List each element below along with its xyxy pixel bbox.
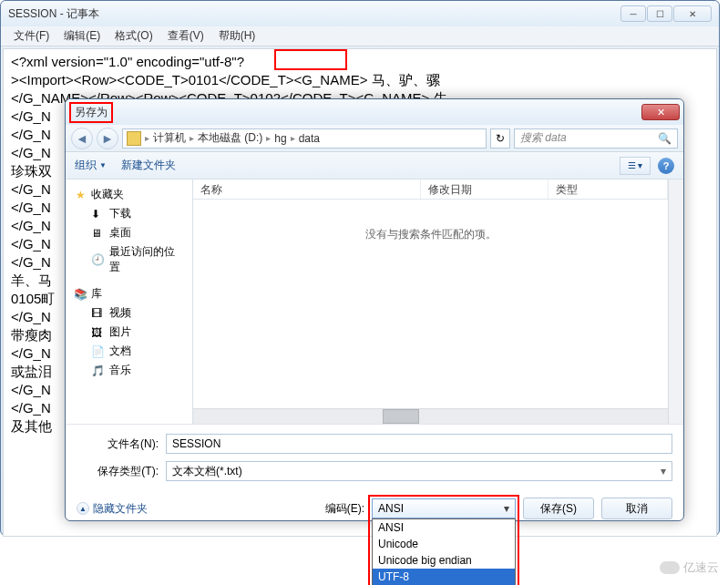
picture-icon: 🖼 bbox=[91, 326, 106, 339]
dialog-navbar: ◄ ► ▸ 计算机 ▸ 本地磁盘 (D:) ▸ hg ▸ data ↻ 搜索 d… bbox=[66, 125, 683, 152]
encoding-option-ansi[interactable]: ANSI bbox=[373, 519, 515, 536]
new-folder-button[interactable]: 新建文件夹 bbox=[121, 158, 176, 173]
folder-icon bbox=[127, 131, 141, 146]
sidebar-item-music[interactable]: 🎵音乐 bbox=[69, 361, 189, 380]
nav-back-button[interactable]: ◄ bbox=[71, 128, 93, 149]
organize-button[interactable]: 组织 ▼ bbox=[75, 158, 107, 173]
sidebar-item-desktop[interactable]: 🖥桌面 bbox=[69, 223, 189, 242]
menu-file[interactable]: 文件(F) bbox=[8, 26, 55, 46]
watermark: 亿速云 bbox=[660, 559, 719, 576]
encoding-option-utf8[interactable]: UTF-8 bbox=[373, 569, 515, 585]
breadcrumb-item[interactable]: data bbox=[299, 132, 320, 145]
star-icon: ★ bbox=[73, 188, 87, 202]
column-header-name[interactable]: 名称 bbox=[193, 180, 421, 199]
download-icon: ⬇ bbox=[91, 208, 106, 221]
cloud-icon bbox=[660, 561, 680, 574]
empty-message: 没有与搜索条件匹配的项。 bbox=[193, 200, 668, 242]
breadcrumb-item[interactable]: 本地磁盘 (D:) bbox=[198, 130, 262, 146]
document-icon: 📄 bbox=[91, 345, 106, 358]
view-mode-button[interactable]: ☰ ▾ bbox=[620, 157, 651, 175]
encoding-option-unicode[interactable]: Unicode bbox=[373, 536, 515, 552]
savetype-select[interactable]: 文本文档(*.txt) bbox=[166, 461, 672, 481]
dialog-toolbar: 组织 ▼ 新建文件夹 ☰ ▾ ? bbox=[66, 152, 683, 180]
column-header-type[interactable]: 类型 bbox=[549, 180, 668, 199]
dialog-sidebar: ★ 收藏夹 ⬇下载 🖥桌面 🕘最近访问的位置 📚 库 🎞视频 🖼图片 📄文档 🎵… bbox=[66, 180, 193, 424]
cancel-button[interactable]: 取消 bbox=[601, 498, 672, 519]
file-list-area[interactable]: 名称 修改日期 类型 没有与搜索条件匹配的项。 bbox=[193, 180, 668, 424]
encoding-select[interactable]: ANSI bbox=[372, 498, 516, 518]
encoding-option-unicode-be[interactable]: Unicode big endian bbox=[373, 552, 515, 569]
breadcrumb-item[interactable]: 计算机 bbox=[153, 130, 186, 146]
notepad-titlebar[interactable]: SESSION - 记事本 ─ ☐ ✕ bbox=[1, 1, 719, 26]
savetype-label: 保存类型(T): bbox=[77, 464, 159, 479]
notepad-title: SESSION - 记事本 bbox=[8, 6, 99, 22]
dialog-title: 另存为 bbox=[69, 102, 113, 123]
encoding-label: 编码(E): bbox=[325, 501, 364, 517]
column-headers: 名称 修改日期 类型 bbox=[193, 180, 668, 200]
dialog-bottom: ▲ 隐藏文件夹 编码(E): ANSI ANSI Unicode Unicode… bbox=[66, 490, 683, 527]
dialog-titlebar[interactable]: 另存为 ✕ bbox=[66, 99, 683, 125]
window-buttons: ─ ☐ ✕ bbox=[620, 5, 712, 22]
help-button[interactable]: ? bbox=[658, 158, 674, 174]
scrollbar-thumb[interactable] bbox=[383, 409, 419, 424]
nav-forward-button[interactable]: ► bbox=[97, 128, 118, 149]
search-icon: 🔍 bbox=[658, 132, 672, 145]
menu-help[interactable]: 帮助(H) bbox=[213, 26, 261, 46]
hide-folders-button[interactable]: ▲ 隐藏文件夹 bbox=[77, 501, 148, 517]
library-icon: 📚 bbox=[73, 287, 87, 302]
breadcrumb-item[interactable]: hg bbox=[274, 132, 286, 145]
recent-icon: 🕘 bbox=[91, 253, 106, 266]
close-button[interactable]: ✕ bbox=[673, 5, 712, 22]
filename-label: 文件名(N): bbox=[77, 436, 159, 452]
dialog-close-button[interactable]: ✕ bbox=[641, 104, 680, 120]
sidebar-favorites[interactable]: ★ 收藏夹 bbox=[69, 185, 189, 204]
horizontal-scrollbar[interactable] bbox=[193, 408, 668, 424]
refresh-button[interactable]: ↻ bbox=[490, 128, 510, 149]
sidebar-item-pictures[interactable]: 🖼图片 bbox=[69, 323, 189, 342]
column-header-date[interactable]: 修改日期 bbox=[421, 180, 549, 199]
dialog-body: ★ 收藏夹 ⬇下载 🖥桌面 🕘最近访问的位置 📚 库 🎞视频 🖼图片 📄文档 🎵… bbox=[66, 180, 683, 424]
sidebar-item-downloads[interactable]: ⬇下载 bbox=[69, 204, 189, 223]
breadcrumb[interactable]: ▸ 计算机 ▸ 本地磁盘 (D:) ▸ hg ▸ data bbox=[122, 128, 487, 149]
encoding-dropdown: ANSI Unicode Unicode big endian UTF-8 bbox=[372, 518, 516, 585]
search-input[interactable]: 搜索 data 🔍 bbox=[514, 128, 678, 149]
save-as-dialog: 另存为 ✕ ◄ ► ▸ 计算机 ▸ 本地磁盘 (D:) ▸ hg ▸ data … bbox=[65, 98, 684, 521]
music-icon: 🎵 bbox=[91, 364, 106, 377]
menu-view[interactable]: 查看(V) bbox=[162, 26, 210, 46]
save-button[interactable]: 保存(S) bbox=[523, 498, 594, 519]
dialog-fields: 文件名(N): SESSION 保存类型(T): 文本文档(*.txt) bbox=[66, 424, 683, 490]
sidebar-item-videos[interactable]: 🎞视频 bbox=[69, 303, 189, 323]
notepad-menu: 文件(F) 编辑(E) 格式(O) 查看(V) 帮助(H) bbox=[1, 26, 719, 46]
chevron-up-icon: ▲ bbox=[77, 502, 89, 515]
filename-input[interactable]: SESSION bbox=[166, 434, 672, 454]
maximize-button[interactable]: ☐ bbox=[647, 5, 672, 22]
vertical-scrollbar[interactable] bbox=[668, 180, 683, 424]
sidebar-item-recent[interactable]: 🕘最近访问的位置 bbox=[69, 242, 189, 277]
highlight-encoding bbox=[274, 49, 347, 70]
minimize-button[interactable]: ─ bbox=[620, 5, 646, 22]
sidebar-libraries[interactable]: 📚 库 bbox=[69, 284, 189, 303]
video-icon: 🎞 bbox=[91, 307, 106, 320]
menu-edit[interactable]: 编辑(E) bbox=[58, 26, 106, 46]
desktop-icon: 🖥 bbox=[91, 227, 106, 240]
menu-format[interactable]: 格式(O) bbox=[109, 26, 158, 46]
sidebar-item-documents[interactable]: 📄文档 bbox=[69, 342, 189, 361]
